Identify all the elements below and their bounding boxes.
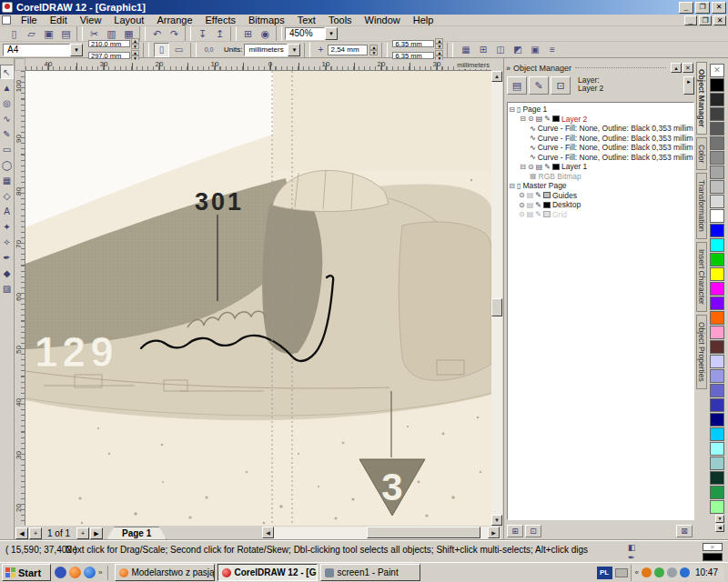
palette-color-swatch[interactable] — [710, 384, 724, 397]
layer-color-swatch[interactable] — [543, 202, 551, 208]
menu-item[interactable]: Edit — [44, 15, 74, 26]
duplicate-x-spinner[interactable]: ▲▼ — [435, 38, 443, 49]
paper-width-spinner[interactable]: ▲▼ — [131, 38, 139, 49]
palette-color-swatch[interactable] — [710, 93, 724, 106]
close-button[interactable]: ✕ — [712, 2, 726, 14]
toolbar-separator[interactable] — [276, 26, 282, 41]
taskbar-item-paint[interactable]: screen1 - Paint — [320, 564, 420, 581]
menu-item[interactable]: View — [74, 15, 108, 26]
printable-icon[interactable]: ▤ — [527, 201, 534, 209]
palette-color-swatch[interactable] — [710, 442, 724, 456]
toolbar-separator[interactable] — [76, 26, 83, 41]
docker-tab[interactable]: Object Properties — [696, 315, 707, 389]
menu-item[interactable]: Effects — [199, 15, 242, 26]
printable-icon[interactable]: ▤ — [527, 210, 534, 218]
palette-color-swatch[interactable] — [710, 209, 724, 223]
palette-color-swatch[interactable] — [710, 311, 724, 325]
graph-paper-tool[interactable]: ▦ — [0, 173, 14, 187]
units-combo[interactable]: millimeters ▾ — [244, 44, 300, 56]
snap-to-objects-button[interactable]: ◫ — [492, 43, 508, 57]
layer-manager-view-button[interactable]: ⊡ — [551, 76, 571, 95]
landscape-button[interactable]: ▭ — [171, 43, 187, 57]
tree-row-curve[interactable]: ∿ Curve - Fill: None, Outline: Black 0,3… — [530, 143, 693, 153]
curve-object-label[interactable]: Curve - Fill: None, Outline: Black 0,353… — [538, 124, 694, 133]
zoom-tool[interactable]: ◎ — [0, 95, 14, 110]
palette-color-swatch[interactable] — [710, 326, 724, 339]
palette-color-swatch[interactable] — [710, 253, 724, 266]
doc-close-button[interactable]: ✕ — [713, 15, 726, 25]
fill-color-indicator[interactable]: ✕ — [703, 543, 723, 551]
zoom-levels-combo[interactable]: 450% ▾ — [285, 27, 338, 40]
media-player-icon[interactable] — [84, 567, 96, 578]
new-layer-button[interactable]: ⊞ — [507, 525, 523, 537]
new-master-layer-button[interactable]: ⊡ — [525, 525, 541, 537]
palette-color-swatch[interactable] — [710, 296, 724, 310]
palette-color-swatch[interactable] — [710, 282, 724, 296]
menu-item[interactable]: Layout — [107, 15, 150, 26]
paper-type-combo[interactable]: A4 ▾ — [3, 44, 83, 56]
guides-label[interactable]: Guides — [552, 191, 577, 200]
firefox-icon[interactable] — [69, 567, 81, 578]
docker-tab[interactable]: Transformation — [696, 173, 707, 239]
curve-object-label[interactable]: Curve - Fill: None, Outline: Black 0,353… — [538, 153, 694, 162]
menu-item[interactable]: Window — [359, 15, 407, 26]
layer-color-swatch[interactable] — [543, 211, 551, 217]
palette-color-swatch[interactable] — [710, 122, 724, 135]
palette-color-swatch[interactable] — [710, 267, 724, 281]
outline-color-indicator[interactable] — [703, 553, 723, 561]
tray-icon-4[interactable] — [680, 567, 690, 577]
undo-button[interactable]: ↶ — [148, 26, 166, 41]
tree-row-layer2[interactable]: ⊟ ⊙ ▤ ✎ Layer 2 — [519, 115, 693, 125]
palette-color-swatch[interactable] — [710, 78, 724, 92]
paper-width-field[interactable]: 210.0 mm — [88, 40, 130, 47]
paper-height-field[interactable]: 297.0 mm — [88, 52, 130, 59]
palette-color-swatch[interactable] — [710, 369, 724, 383]
palette-color-swatch[interactable] — [710, 195, 724, 208]
palette-color-swatch[interactable] — [710, 398, 724, 412]
docker-tab[interactable]: Color — [696, 137, 707, 170]
application-launcher-button[interactable]: ⊞ — [239, 26, 257, 41]
visibility-eye-icon[interactable]: ⊙ — [519, 210, 525, 218]
printable-icon[interactable]: ▤ — [527, 191, 534, 199]
tree-row-grid[interactable]: ⊙ ▤ ✎ Grid — [519, 210, 693, 220]
toolbar-separator[interactable] — [185, 26, 191, 41]
drawing-canvas[interactable]: 129 301 3 — [25, 71, 491, 526]
rectangle-tool[interactable]: ▭ — [0, 142, 14, 156]
menu-item[interactable]: Tools — [322, 15, 359, 26]
edit-across-layers-button[interactable]: ✎ — [529, 76, 549, 95]
tree-row-bitmap[interactable]: ▦ RGB Bitmap — [530, 172, 693, 182]
menu-item[interactable]: Arrange — [150, 15, 198, 26]
smart-drawing-tool[interactable]: ✎ — [0, 126, 14, 141]
duplicate-distance-x-field[interactable]: 6,35 mm — [392, 40, 434, 47]
scroll-left-button[interactable]: ◀ — [262, 527, 274, 538]
tree-row-master-page[interactable]: ⊟ ▯ Master Page — [508, 181, 693, 191]
layer-color-swatch[interactable] — [543, 192, 551, 198]
tray-icon-1[interactable] — [642, 567, 652, 577]
nudge-options-button[interactable]: ≡ — [544, 43, 560, 57]
text-tool[interactable]: A — [0, 204, 14, 218]
palette-color-swatch[interactable] — [710, 486, 724, 499]
palette-color-swatch[interactable] — [710, 340, 724, 354]
language-indicator[interactable]: PL — [597, 567, 612, 579]
no-color-swatch[interactable]: ✕ — [710, 64, 724, 77]
curve-object-label[interactable]: Curve - Fill: None, Outline: Black 0,353… — [538, 143, 694, 152]
palette-color-swatch[interactable] — [710, 224, 724, 237]
desktop-label[interactable]: Desktop — [552, 200, 581, 209]
palette-color-swatch[interactable] — [710, 471, 724, 485]
snap-to-grid-button[interactable]: ▦ — [458, 43, 473, 57]
ellipse-tool[interactable]: ◯ — [0, 157, 14, 172]
page-tab[interactable]: Page 1 — [106, 527, 167, 540]
printer-tray-icon[interactable] — [615, 568, 628, 577]
doc-restore-button[interactable]: ❐ — [699, 15, 712, 25]
duplicate-distance-y-field[interactable]: 6,35 mm — [392, 52, 434, 59]
title-bar[interactable]: CorelDRAW 12 - [Graphic1] _ ❐ ✕ — [0, 0, 728, 15]
menu-item[interactable]: File — [15, 15, 44, 26]
docker-flyout-button[interactable]: ▸ — [683, 76, 694, 95]
toolbar-separator[interactable] — [230, 26, 237, 41]
menu-item[interactable]: Help — [407, 15, 440, 26]
horizontal-scroll-thumb[interactable] — [367, 527, 480, 538]
doc-minimize-button[interactable]: _ — [684, 15, 697, 25]
chevron-down-icon[interactable]: ▾ — [70, 44, 83, 56]
visibility-eye-icon[interactable]: ⊙ — [528, 163, 534, 171]
collapse-icon[interactable]: ⊟ — [508, 105, 516, 114]
